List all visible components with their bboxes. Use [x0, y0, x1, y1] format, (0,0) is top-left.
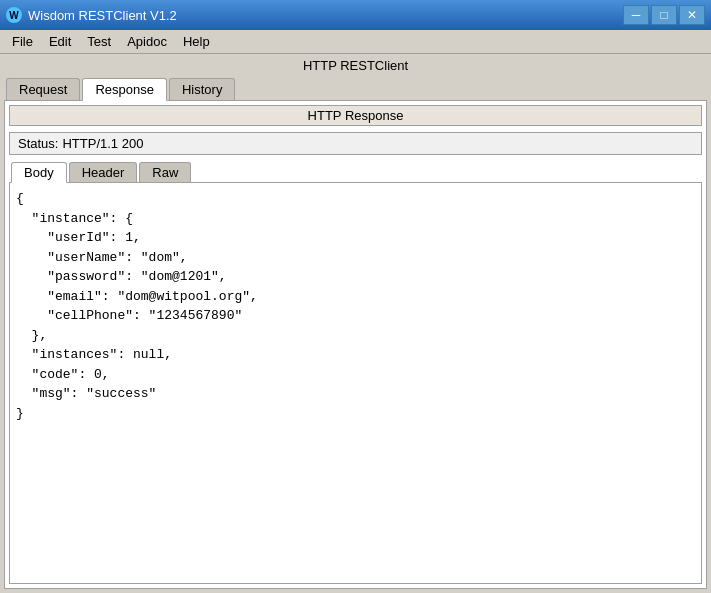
inner-tabs: Body Header Raw: [9, 161, 702, 182]
close-button[interactable]: ✕: [679, 5, 705, 25]
status-label: Status:: [18, 136, 58, 151]
maximize-button[interactable]: □: [651, 5, 677, 25]
menu-help[interactable]: Help: [175, 32, 218, 51]
app-icon: W: [6, 7, 22, 23]
menu-bar: File Edit Test Apidoc Help: [0, 30, 711, 54]
response-panel: HTTP Response Status: HTTP/1.1 200 Body …: [4, 100, 707, 589]
status-value: HTTP/1.1 200: [62, 136, 143, 151]
tab-header[interactable]: Header: [69, 162, 138, 182]
tab-raw[interactable]: Raw: [139, 162, 191, 182]
menu-apidoc[interactable]: Apidoc: [119, 32, 175, 51]
minimize-button[interactable]: ─: [623, 5, 649, 25]
menu-test[interactable]: Test: [79, 32, 119, 51]
menu-edit[interactable]: Edit: [41, 32, 79, 51]
response-body-content: { "instance": { "userId": 1, "userName":…: [9, 182, 702, 584]
title-bar-title: Wisdom RESTClient V1.2: [28, 8, 177, 23]
title-bar-left: W Wisdom RESTClient V1.2: [6, 7, 177, 23]
tab-body[interactable]: Body: [11, 162, 67, 183]
main-area: HTTP RESTClient Request Response History…: [0, 54, 711, 593]
title-bar: W Wisdom RESTClient V1.2 ─ □ ✕: [0, 0, 711, 30]
menu-file[interactable]: File: [4, 32, 41, 51]
tab-history[interactable]: History: [169, 78, 235, 100]
panel-title: HTTP Response: [9, 105, 702, 126]
top-tabs: Request Response History: [4, 77, 707, 100]
app-title: HTTP RESTClient: [4, 58, 707, 73]
status-line: Status: HTTP/1.1 200: [9, 132, 702, 155]
title-bar-controls: ─ □ ✕: [623, 5, 705, 25]
tab-request[interactable]: Request: [6, 78, 80, 100]
tab-response[interactable]: Response: [82, 78, 167, 101]
